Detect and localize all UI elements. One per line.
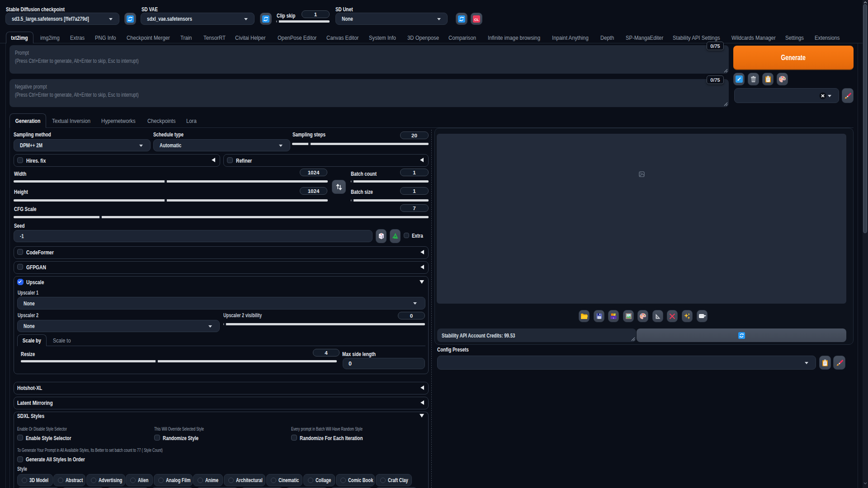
svg-text:CL: CL — [474, 17, 479, 21]
